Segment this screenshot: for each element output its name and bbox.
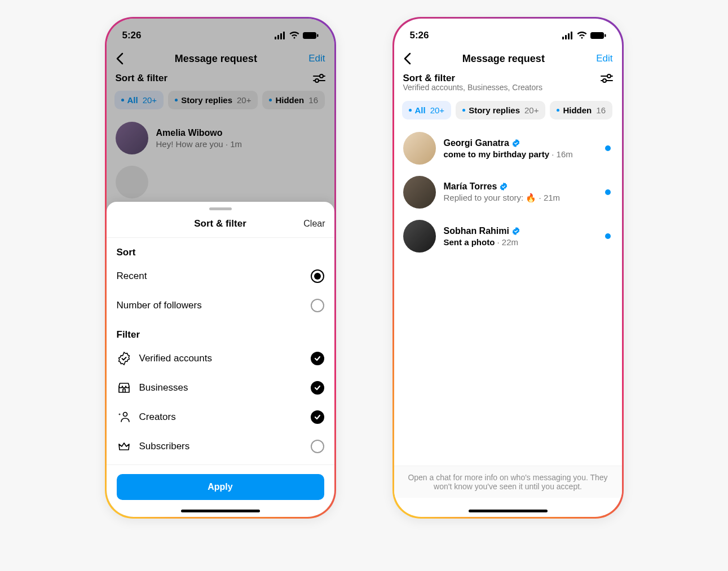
sort-option-followers[interactable]: Number of followers <box>107 291 334 320</box>
radio-selected[interactable] <box>311 269 324 283</box>
message-name: Sobhan Rahimi <box>444 226 597 236</box>
message-text: Sent a photo · 22m <box>444 237 597 247</box>
phone-left: 5:26 Message request Edit Sort & filter <box>105 17 336 519</box>
svg-point-20 <box>603 79 606 82</box>
chip-story-replies[interactable]: Story replies 20+ <box>456 101 545 119</box>
home-indicator <box>469 510 548 512</box>
clear-button[interactable]: Clear <box>303 219 325 229</box>
unread-indicator <box>605 233 611 239</box>
svg-point-18 <box>607 74 611 78</box>
verified-badge-icon <box>499 182 508 191</box>
message-text: come to my birthday party · 16m <box>444 149 597 159</box>
svg-rect-11 <box>562 37 564 39</box>
status-time: 5:26 <box>410 30 429 41</box>
phone-right: 5:26 Message request Edit Sort & filter … <box>392 17 624 519</box>
chip-label: Story replies <box>469 105 520 115</box>
filter-option-verified[interactable]: Verified accounts <box>107 344 334 373</box>
unread-indicator <box>605 145 611 151</box>
checkbox-off[interactable] <box>311 440 324 453</box>
chip-hidden[interactable]: Hidden 16 <box>550 101 612 119</box>
svg-rect-13 <box>568 33 570 39</box>
filter-section-label: Filter <box>107 320 334 344</box>
apply-button[interactable]: Apply <box>117 474 324 500</box>
chip-all[interactable]: All 20+ <box>402 101 452 119</box>
message-text: Replied to your story: 🔥 · 21m <box>444 193 597 203</box>
svg-rect-16 <box>605 34 606 37</box>
status-bar: 5:26 <box>394 19 622 48</box>
sort-filter-sheet: Sort & filter Clear Sort Recent Number o… <box>107 202 334 517</box>
verified-badge-icon <box>511 227 520 236</box>
sort-filter-label: Sort & filter <box>403 73 456 84</box>
filter-option-businesses[interactable]: Businesses <box>107 373 334 402</box>
chip-label: All <box>415 105 426 115</box>
filter-option-label: Creators <box>139 411 176 423</box>
footer-note: Open a chat for more info on who's messa… <box>394 466 622 498</box>
chip-dot <box>409 109 412 112</box>
chip-count: 16 <box>596 105 606 115</box>
filter-option-label: Verified accounts <box>139 353 212 364</box>
storefront-icon <box>117 381 131 395</box>
svg-rect-12 <box>565 35 567 39</box>
chip-label: Hidden <box>563 105 592 115</box>
sliders-icon[interactable] <box>601 73 613 83</box>
chip-dot <box>462 109 465 112</box>
sheet-grabber[interactable] <box>209 207 232 210</box>
filter-option-creators[interactable]: Creators <box>107 402 334 432</box>
svg-rect-14 <box>571 32 572 39</box>
chip-count: 20+ <box>430 105 444 115</box>
checkbox-on[interactable] <box>311 381 324 395</box>
signal-icon <box>562 32 573 39</box>
battery-icon <box>590 32 606 39</box>
checkbox-on[interactable] <box>311 352 324 365</box>
filter-option-subscribers[interactable]: Subscribers <box>107 432 334 461</box>
message-row[interactable]: María Torres Replied to your story: 🔥 · … <box>394 170 622 214</box>
message-row[interactable]: Sobhan Rahimi Sent a photo · 22m <box>394 214 622 258</box>
avatar <box>403 220 436 253</box>
filter-option-label: Subscribers <box>139 441 190 452</box>
sort-option-label: Number of followers <box>117 300 202 311</box>
edit-button[interactable]: Edit <box>596 53 612 64</box>
verified-badge-icon <box>511 139 520 148</box>
status-icons <box>562 32 606 39</box>
chip-count: 20+ <box>524 105 539 115</box>
verified-icon <box>117 352 131 365</box>
nav-bar: Message request Edit <box>394 48 622 70</box>
back-button[interactable] <box>403 52 411 65</box>
sort-option-label: Recent <box>117 271 147 282</box>
svg-rect-15 <box>590 32 604 39</box>
message-name: María Torres <box>444 182 597 192</box>
wifi-icon <box>577 32 587 39</box>
message-name: Georgi Ganatra <box>444 138 597 148</box>
crown-icon <box>117 440 131 453</box>
sheet-title: Sort & filter <box>194 218 246 229</box>
radio-unselected[interactable] <box>311 299 324 312</box>
svg-point-10 <box>123 413 127 417</box>
filter-chips: All 20+ Story replies 20+ Hidden 16 <box>394 96 622 126</box>
unread-indicator <box>605 189 611 195</box>
chip-dot <box>557 109 559 112</box>
home-indicator <box>181 510 260 512</box>
message-row[interactable]: Georgi Ganatra come to my birthday party… <box>394 126 622 170</box>
filter-option-label: Businesses <box>139 382 188 393</box>
checkbox-on[interactable] <box>311 410 324 424</box>
creator-icon <box>117 410 131 424</box>
avatar <box>403 176 436 209</box>
sort-section-label: Sort <box>107 238 334 262</box>
nav-title: Message request <box>411 53 597 65</box>
avatar <box>403 132 436 165</box>
active-filters-subtitle: Verified accounts, Businesses, Creators <box>394 83 622 96</box>
sort-filter-row: Sort & filter <box>394 70 622 84</box>
sort-option-recent[interactable]: Recent <box>107 262 334 291</box>
